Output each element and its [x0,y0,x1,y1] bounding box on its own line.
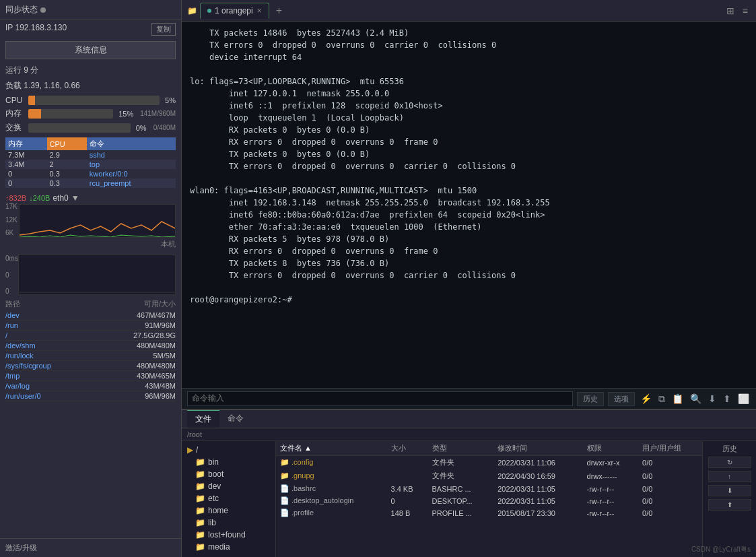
maximize-icon[interactable]: ⬜ [736,392,751,405]
fm-up-btn[interactable]: ↑ [708,471,751,482]
proc-col-cmd[interactable]: 命令 [87,137,176,150]
tree-item-bin[interactable]: 📁 bin [182,456,275,468]
fm-path-bar: /root [182,428,756,441]
command-input[interactable] [187,391,573,406]
cpu-fill [28,96,35,105]
uptime: 运行 9 分 [0,62,181,79]
fm-col-size[interactable]: 大小 [387,441,428,456]
tree-label-media: media [208,542,230,552]
tree-item-boot[interactable]: 📁 boot [182,468,275,480]
fm-col-type[interactable]: 类型 [428,441,494,456]
table-row[interactable]: 📄 .profile 148 B PROFILE ... 2015/08/17 … [276,507,702,519]
tree-item-home[interactable]: 📁 home [182,504,275,517]
fm-download-btn[interactable]: ⬇ [708,485,751,496]
tree-label-boot: boot [208,469,224,479]
swap-detail: 0/480M [153,124,176,131]
list-item[interactable]: 00.3kworker/0:0 [5,169,176,178]
cpu-pct: 5% [165,96,176,104]
history-button[interactable]: 历史 [577,392,604,406]
list-item: /run/lock5M/5M [5,351,176,361]
list-item: /run/user/096M/96M [5,391,176,401]
folder-icon-bin: 📁 [195,457,205,467]
list-item: /sys/fs/cgroup480M/480M [5,361,176,371]
ping-section: 0ms00 [0,253,181,296]
fm-col-owner[interactable]: 用户/用户组 [638,441,702,456]
list-item: /dev467M/467M [5,310,176,321]
tree-label-bin: bin [208,457,219,467]
terminal-bottom-bar: 历史 选项 ⚡ ⧉ 📋 🔍 ⬇ ⬆ ⬜ [182,388,756,409]
bolt-icon[interactable]: ⚡ [639,392,653,405]
fm-col-name[interactable]: 文件名 ▲ [276,441,387,456]
tree-label-home: home [208,506,228,515]
list-item[interactable]: 3.4M2top [5,160,176,169]
table-row[interactable]: 📄 .desktop_autologin 0 DESKTOP... 2022/0… [276,495,702,507]
tab-orangepi[interactable]: 1 orangepi × [200,3,269,19]
grid-view-button[interactable]: ⊞ [724,4,737,18]
activate-button[interactable]: 激活/升级 [0,538,181,557]
sync-status: 同步状态 [5,4,46,15]
list-item[interactable]: 7.3M2.9sshd [5,150,176,160]
folder-icon-boot: 📁 [195,469,205,479]
folder-icon-lib: 📁 [195,518,205,527]
tree-label-dev: dev [208,482,221,491]
folder-icon-lostfound: 📁 [195,530,205,539]
net-y-labels: 17K12K6K [5,203,18,236]
fm-col-perm[interactable]: 权限 [583,441,639,456]
disk-col-size: 可用/大小 [144,299,176,309]
ip-label: IP 192.168.3.130 [5,23,67,36]
search-icon[interactable]: 🔍 [689,392,703,405]
paste-icon[interactable]: 📋 [671,392,685,405]
folder-icon-root: ▶ [187,445,193,455]
folder-icon-etc: 📁 [195,494,205,503]
net-down: ↓240B [29,194,50,202]
table-row[interactable]: 📁 .config 文件夹 2022/03/31 11:06 drwxr-xr-… [276,456,702,469]
folder-icon-media: 📁 [195,542,205,552]
folder-icon[interactable]: 📁 [187,6,197,15]
net-chart [19,204,176,238]
tree-item-lostfound[interactable]: 📁 lost+found [182,529,275,541]
add-tab-button[interactable]: + [272,5,286,17]
sync-label: 同步状态 [5,4,38,15]
fm-tab-files[interactable]: 文件 [187,410,219,428]
mem-fill [28,109,41,119]
fm-tab-commands[interactable]: 命令 [219,410,252,428]
swap-label: 交换 [5,122,24,133]
proc-col-mem[interactable]: 内存 [5,137,47,150]
upload-icon[interactable]: ⬆ [722,392,732,405]
mem-detail: 141M/960M [140,110,176,117]
mem-label: 内存 [5,108,24,119]
net-dropdown-icon[interactable]: ▼ [71,193,79,203]
fm-history-label: 历史 [722,444,737,454]
load: 负载 1.39, 1.16, 0.66 [0,79,181,94]
list-item[interactable]: 00.3rcu_preempt [5,178,176,188]
fm-tab-bar: 文件 命令 [182,410,756,428]
fm-right-toolbar: 历史 ↻ ↑ ⬇ ⬆ [702,441,756,557]
tree-item-media[interactable]: 📁 media [182,541,275,553]
sysinfo-button[interactable]: 系统信息 [5,41,176,59]
list-view-button[interactable]: ≡ [740,4,751,18]
download-icon[interactable]: ⬇ [707,392,718,405]
disk-section: 路径 可用/大小 /dev467M/467M/run91M/96M/27.5G/… [0,296,181,538]
list-item: /run91M/96M [5,321,176,331]
tab-close-button[interactable]: × [257,6,262,15]
table-row[interactable]: 📄 .bashrc 3.4 KB BASHRC ... 2022/03/31 1… [276,483,702,495]
fm-col-mtime[interactable]: 修改时间 [493,441,582,456]
terminal-area[interactable]: TX packets 14846 bytes 2527443 (2.4 MiB)… [182,22,756,388]
tree-item-lib[interactable]: 📁 lib [182,517,275,529]
copy-icon[interactable]: ⧉ [657,392,666,406]
cpu-label: CPU [5,96,24,105]
tree-item-etc[interactable]: 📁 etc [182,492,275,504]
copy-button[interactable]: 复制 [151,23,176,36]
proc-col-cpu[interactable]: CPU [47,137,87,150]
sync-dot [40,7,46,13]
select-button[interactable]: 选项 [608,392,635,406]
fm-refresh-btn[interactable]: ↻ [708,457,751,468]
tab-bar: 📁 1 orangepi × + ⊞ ≡ [182,0,756,22]
tab-dot [207,9,211,13]
network-section: ↑832B ↓240B eth0 ▼ 17K12K6K 本机 [0,191,181,253]
table-row[interactable]: 📁 .gnupg 文件夹 2022/04/30 16:59 drwx------… [276,469,702,483]
tree-label-lib: lib [208,518,216,527]
fm-upload-btn[interactable]: ⬆ [708,499,751,511]
tree-item-root[interactable]: ▶ / [182,444,275,456]
tree-item-dev[interactable]: 📁 dev [182,480,275,492]
